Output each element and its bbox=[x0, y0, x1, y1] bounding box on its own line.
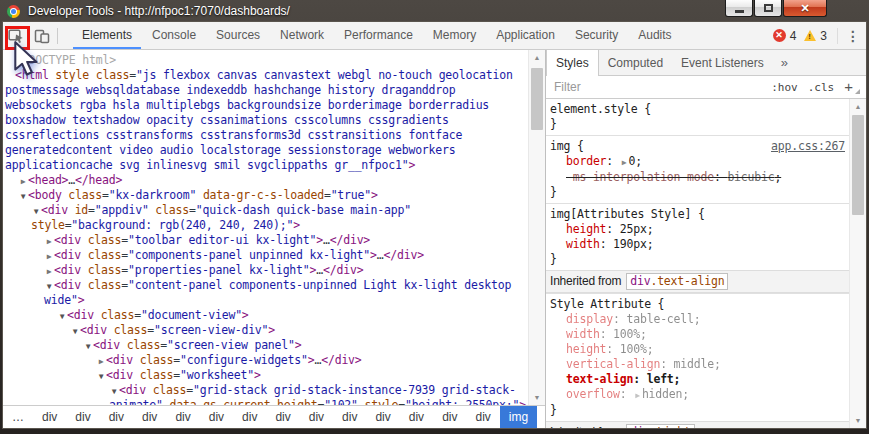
maximize-button[interactable] bbox=[754, 0, 782, 17]
dom-tree-line[interactable]: ▼<div id="appdiv" class="quick-dash quic… bbox=[3, 203, 528, 233]
expand-value-arrow-icon[interactable]: ▶ bbox=[633, 391, 642, 400]
collapse-arrow-icon[interactable]: ▼ bbox=[57, 309, 67, 324]
scroll-down-arrow[interactable]: ▼ bbox=[529, 390, 545, 405]
breadcrumb-item-div[interactable]: div bbox=[300, 406, 333, 428]
scroll-down-arrow[interactable]: ▼ bbox=[850, 413, 866, 428]
node-link-div-light[interactable]: div.Light bbox=[626, 424, 695, 428]
error-icon[interactable]: ✕ bbox=[773, 29, 786, 42]
warning-count[interactable]: 3 bbox=[820, 29, 827, 43]
breadcrumb-item-img[interactable]: img bbox=[500, 406, 537, 428]
expand-arrow-icon[interactable]: ▶ bbox=[96, 354, 106, 369]
tab-console[interactable]: Console bbox=[142, 22, 206, 49]
minimize-button[interactable] bbox=[725, 0, 753, 17]
warning-icon[interactable] bbox=[804, 30, 816, 41]
rule-selector[interactable]: element.style { bbox=[550, 102, 651, 116]
toolbar-status-area: ✕ 4 3 ⋮ bbox=[773, 22, 860, 49]
css-property-border[interactable]: border: ▶0; bbox=[550, 154, 845, 170]
sidebar-tab-event-listeners[interactable]: Event Listeners bbox=[672, 50, 773, 75]
collapse-arrow-icon[interactable]: ▼ bbox=[96, 369, 106, 384]
breadcrumb-item-div[interactable]: div bbox=[33, 406, 66, 428]
rule-selector[interactable]: img[Attributes Style] { bbox=[550, 207, 705, 221]
sidebar-tab-styles[interactable]: Styles bbox=[546, 50, 599, 75]
tab-application[interactable]: Application bbox=[486, 22, 565, 49]
kebab-menu-icon[interactable]: ⋮ bbox=[837, 28, 860, 44]
dom-tree-line[interactable]: ▶<div class="components-panel unpinned k… bbox=[3, 248, 528, 263]
tab-security[interactable]: Security bbox=[565, 22, 628, 49]
collapse-arrow-icon[interactable]: ▼ bbox=[109, 384, 119, 399]
close-button[interactable]: ✕ bbox=[783, 0, 827, 17]
scrollbar-thumb[interactable] bbox=[531, 68, 543, 130]
breadcrumb-item-div[interactable]: div bbox=[466, 406, 499, 428]
collapse-arrow-icon[interactable]: ▼ bbox=[31, 204, 41, 219]
rule-selector[interactable]: img { bbox=[550, 139, 584, 153]
rule-selector[interactable]: Style Attribute { bbox=[550, 297, 664, 311]
error-count[interactable]: 4 bbox=[790, 29, 797, 43]
css-property-text-align[interactable]: text-align: left; bbox=[550, 372, 845, 387]
dom-tree-line[interactable]: ▼<div class="screen-view-div"> bbox=[3, 323, 528, 338]
tab-sources[interactable]: Sources bbox=[206, 22, 270, 49]
collapse-arrow-icon[interactable]: ▼ bbox=[18, 189, 28, 204]
toggle-hover-state-button[interactable]: :hov bbox=[771, 81, 798, 94]
dom-tree-line[interactable]: ▼<div class="grid-stack grid-stack-insta… bbox=[3, 383, 528, 405]
new-style-rule-button[interactable]: + bbox=[844, 80, 853, 94]
title-bar[interactable]: Developer Tools - http://nfpoc1:7070/das… bbox=[0, 0, 869, 22]
scroll-up-arrow[interactable]: ▲ bbox=[529, 50, 545, 65]
css-property-width[interactable]: width: 190px; bbox=[550, 237, 845, 252]
breadcrumb-item-div[interactable]: div bbox=[333, 406, 366, 428]
tab-memory[interactable]: Memory bbox=[423, 22, 486, 49]
breadcrumb-item--[interactable]: … bbox=[3, 406, 33, 428]
dom-tree-line[interactable]: ▼<div class="document-view"> bbox=[3, 308, 528, 323]
collapse-arrow-icon[interactable]: ▼ bbox=[70, 324, 80, 339]
tab-network[interactable]: Network bbox=[270, 22, 334, 49]
dom-tree-line[interactable]: ▼<body class="kx-darkroom" data-gr-c-s-l… bbox=[3, 188, 528, 203]
dom-tree-line[interactable]: ▶<head>…</head> bbox=[3, 173, 528, 188]
window-controls: ✕ bbox=[724, 0, 827, 17]
sidebar-tabs-overflow-icon[interactable]: » bbox=[773, 50, 796, 75]
dom-tree-line[interactable]: ▶<div class="configure-widgets">…</div> bbox=[3, 353, 528, 368]
css-property-width[interactable]: width: 100%; bbox=[550, 327, 845, 342]
expand-arrow-icon[interactable]: ▶ bbox=[18, 174, 28, 189]
collapse-arrow-icon[interactable]: ▼ bbox=[83, 339, 93, 354]
css-property-height[interactable]: height: 25px; bbox=[550, 222, 845, 237]
node-link-div-text-align[interactable]: div.text-align bbox=[626, 273, 728, 290]
collapse-arrow-icon[interactable]: ▼ bbox=[44, 279, 54, 294]
sidebar-tab-computed[interactable]: Computed bbox=[599, 50, 672, 75]
toggle-class-button[interactable]: .cls bbox=[808, 81, 835, 94]
tab-audits[interactable]: Audits bbox=[628, 22, 681, 49]
breadcrumb-item-div[interactable]: div bbox=[100, 406, 133, 428]
dom-tree-scrollbar[interactable]: ▲ ▼ bbox=[528, 50, 545, 405]
tab-performance[interactable]: Performance bbox=[334, 22, 423, 49]
breadcrumb-item-div[interactable]: div bbox=[400, 406, 433, 428]
styles-scrollbar[interactable]: ▲ ▼ bbox=[849, 99, 866, 428]
breadcrumb-item-div[interactable]: div bbox=[233, 406, 266, 428]
breadcrumb-item-div[interactable]: div bbox=[200, 406, 233, 428]
dom-tree-line[interactable]: ▶<div class="toolbar editor-ui kx-light"… bbox=[3, 233, 528, 248]
breadcrumb-item-div[interactable]: div bbox=[66, 406, 99, 428]
minimize-icon bbox=[735, 10, 744, 13]
breadcrumb-item-div[interactable]: div bbox=[166, 406, 199, 428]
dom-tree-line[interactable]: ▼<div class="content-panel components-un… bbox=[3, 278, 528, 308]
dom-tree-line[interactable]: <!DOCTYPE html> bbox=[3, 53, 528, 68]
styles-filter-input[interactable] bbox=[552, 79, 761, 95]
dom-tree-line[interactable]: ▶<div class="properties-panel kx-light">… bbox=[3, 263, 528, 278]
breadcrumb-item-div[interactable]: div bbox=[433, 406, 466, 428]
expand-arrow-icon[interactable]: ▶ bbox=[44, 264, 54, 279]
css-property-overflow[interactable]: overflow: ▶hidden; bbox=[550, 387, 845, 403]
css-property-display[interactable]: display: table-cell; bbox=[550, 312, 845, 327]
breadcrumb-item-div[interactable]: div bbox=[133, 406, 166, 428]
expand-arrow-icon[interactable]: ▶ bbox=[44, 249, 54, 264]
dom-tree-line[interactable]: ▼<div class="screen-view panel"> bbox=[3, 338, 528, 353]
breadcrumb-item-div[interactable]: div bbox=[266, 406, 299, 428]
css-property-vertical-align[interactable]: vertical-align: middle; bbox=[550, 357, 845, 372]
stylesheet-link[interactable]: app.css:267 bbox=[771, 139, 845, 154]
css-property-height[interactable]: height: 100%; bbox=[550, 342, 845, 357]
css-property--ms-interpolation-mode[interactable]: -ms-interpolation-mode: bicubic; bbox=[550, 170, 845, 185]
dom-tree-line[interactable]: ▼<div class="worksheet"> bbox=[3, 368, 528, 383]
style-rule: Style Attribute {display: table-cell;wid… bbox=[546, 293, 849, 421]
expand-arrow-icon[interactable]: ▶ bbox=[44, 234, 54, 249]
scrollbar-thumb[interactable] bbox=[852, 115, 864, 215]
scroll-up-arrow[interactable]: ▲ bbox=[850, 99, 866, 114]
breadcrumb-item-div[interactable]: div bbox=[366, 406, 399, 428]
tab-elements[interactable]: Elements bbox=[72, 22, 142, 49]
dom-tree-line[interactable]: <html style class="js flexbox canvas can… bbox=[3, 68, 528, 173]
